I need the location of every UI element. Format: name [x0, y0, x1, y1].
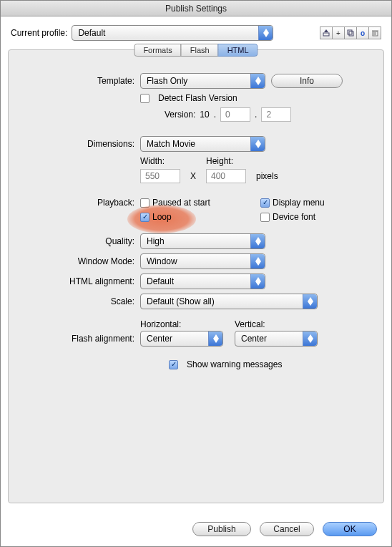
loop-label: Loop: [152, 212, 172, 222]
width-label: Width:: [140, 156, 180, 166]
paused-label: Paused at start: [152, 198, 210, 208]
chevron-updown-icon: [250, 234, 265, 248]
profile-toolbar: + o: [320, 26, 381, 39]
chevron-updown-icon: [303, 331, 317, 346]
detect-flash-checkbox[interactable]: [140, 94, 150, 103]
svg-marker-3: [324, 29, 328, 32]
tab-html[interactable]: HTML: [218, 44, 258, 57]
horizontal-align-select[interactable]: Center: [140, 331, 223, 347]
loop-checkbox[interactable]: [140, 213, 150, 222]
detect-flash-label: Detect Flash Version: [158, 93, 237, 103]
display-menu-checkbox[interactable]: [260, 198, 270, 208]
chevron-updown-icon: [208, 331, 222, 346]
device-font-label: Device font: [273, 212, 315, 222]
svg-marker-13: [255, 144, 261, 148]
version-major: 10: [200, 110, 209, 120]
svg-marker-25: [308, 339, 313, 343]
version-label: Version:: [165, 110, 195, 120]
html-alignment-label: HTML alignment:: [20, 276, 140, 286]
window-title: Publish Settings: [1, 1, 391, 16]
svg-marker-19: [255, 281, 261, 286]
window-mode-label: Window Mode:: [20, 256, 140, 266]
template-value: Flash Only: [147, 76, 187, 86]
html-alignment-select[interactable]: Default: [140, 274, 265, 289]
import-profile-button[interactable]: [320, 26, 333, 39]
show-warning-checkbox[interactable]: [169, 360, 178, 369]
chevron-updown-icon: [250, 74, 265, 88]
window-mode-value: Window: [147, 256, 177, 266]
settings-panel: Formats Flash HTML Template: Flash Only …: [8, 49, 384, 503]
version-minor-field[interactable]: 0: [220, 107, 250, 122]
horizontal-value: Center: [147, 334, 172, 344]
current-profile-select[interactable]: Default: [72, 25, 273, 41]
tab-formats[interactable]: Formats: [134, 44, 181, 57]
current-profile-value: Default: [78, 28, 105, 38]
delete-profile-button[interactable]: [368, 26, 381, 39]
tab-flash[interactable]: Flash: [181, 44, 219, 57]
playback-label: Playback:: [20, 198, 140, 208]
horizontal-label: Horizontal:: [140, 319, 223, 329]
svg-rect-4: [348, 30, 352, 34]
height-label: Height:: [206, 156, 246, 166]
svg-marker-1: [263, 33, 269, 37]
chevron-updown-icon: [250, 137, 265, 151]
svg-rect-5: [349, 32, 353, 36]
height-field[interactable]: 400: [206, 169, 246, 183]
chevron-updown-icon: [250, 274, 265, 289]
dot: .: [255, 110, 257, 120]
current-profile-label: Current profile:: [11, 28, 67, 38]
dimensions-label: Dimensions:: [20, 139, 140, 149]
paused-checkbox[interactable]: [140, 198, 150, 208]
chevron-updown-icon: [258, 26, 273, 40]
add-profile-button[interactable]: +: [332, 26, 345, 39]
svg-rect-2: [323, 33, 329, 36]
show-warning-label: Show warning messages: [187, 359, 282, 369]
chevron-updown-icon: [303, 294, 317, 309]
quality-value: High: [147, 236, 165, 246]
template-select[interactable]: Flash Only: [140, 73, 265, 89]
dimensions-select[interactable]: Match Movie: [140, 136, 265, 152]
dimensions-value: Match Movie: [147, 139, 195, 149]
chevron-updown-icon: [250, 254, 265, 268]
svg-marker-15: [255, 241, 261, 246]
display-menu-label: Display menu: [273, 198, 325, 208]
scale-select[interactable]: Default (Show all): [140, 294, 318, 309]
window-mode-select[interactable]: Window: [140, 253, 265, 269]
svg-marker-11: [255, 81, 261, 85]
width-field[interactable]: 550: [140, 169, 180, 183]
pixels-label: pixels: [256, 171, 278, 183]
svg-marker-21: [308, 301, 313, 306]
ok-button[interactable]: OK: [323, 522, 377, 536]
quality-select[interactable]: High: [140, 233, 265, 249]
svg-marker-17: [255, 261, 261, 266]
scale-value: Default (Show all): [147, 296, 215, 306]
publish-button[interactable]: Publish: [192, 522, 251, 536]
vertical-label: Vertical:: [235, 319, 265, 329]
svg-marker-23: [213, 339, 219, 343]
quality-label: Quality:: [20, 236, 140, 246]
flash-alignment-label: Flash alignment:: [20, 334, 140, 344]
device-font-checkbox[interactable]: [260, 213, 270, 222]
vertical-value: Center: [241, 334, 267, 344]
vertical-align-select[interactable]: Center: [235, 331, 318, 347]
version-rev-field[interactable]: 2: [261, 107, 291, 122]
profile-properties-button[interactable]: o: [356, 26, 369, 39]
scale-label: Scale:: [20, 296, 140, 306]
duplicate-profile-button[interactable]: [344, 26, 357, 39]
html-alignment-value: Default: [147, 276, 174, 286]
dot: .: [214, 110, 216, 120]
info-button[interactable]: Info: [271, 74, 343, 88]
x-separator: X: [190, 171, 196, 183]
template-label: Template:: [20, 76, 140, 86]
cancel-button[interactable]: Cancel: [260, 522, 314, 536]
